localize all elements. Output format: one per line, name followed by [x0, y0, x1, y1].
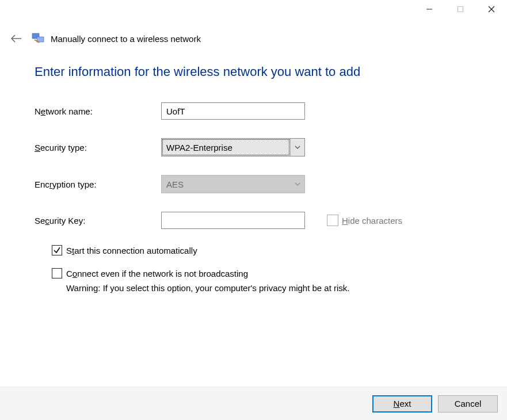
minimize-button[interactable]	[414, 0, 445, 18]
chevron-down-icon	[291, 175, 304, 193]
network-icon	[31, 32, 46, 45]
encryption-type-value: AES	[162, 175, 291, 193]
close-button[interactable]	[476, 0, 507, 18]
security-key-cell	[161, 212, 311, 229]
connect-broadcast-row[interactable]: Connect even if the network is not broad…	[52, 268, 490, 278]
chevron-down-icon	[290, 139, 304, 156]
security-type-label: Security type:	[35, 143, 161, 152]
svg-rect-1	[458, 7, 463, 12]
auto-start-row[interactable]: Start this connection automatically	[52, 245, 490, 255]
network-name-label: Network name:	[35, 106, 161, 116]
security-type-cell: WPA2-Enterprise	[161, 138, 311, 156]
window-title: Manually connect to a wireless network	[51, 34, 201, 44]
security-type-value: WPA2-Enterprise	[162, 139, 289, 155]
titlebar	[0, 0, 507, 21]
encryption-type-label: Encryption type:	[35, 180, 161, 189]
header: Manually connect to a wireless network	[0, 21, 507, 48]
auto-start-label: Start this connection automatically	[66, 246, 197, 255]
connect-broadcast-label: Connect even if the network is not broad…	[66, 269, 248, 278]
broadcast-warning: Warning: If you select this option, your…	[66, 283, 490, 293]
encryption-type-cell: AES	[161, 175, 311, 193]
next-button[interactable]: Next	[372, 395, 432, 413]
form-grid: Network name: Security type: WPA2-Enterp…	[35, 102, 490, 229]
security-type-select[interactable]: WPA2-Enterprise	[161, 138, 305, 156]
hide-characters-checkbox	[327, 215, 338, 226]
network-name-input[interactable]	[161, 102, 305, 120]
back-button[interactable]	[8, 33, 24, 44]
auto-start-checkbox[interactable]	[52, 245, 62, 255]
encryption-type-select: AES	[161, 175, 305, 193]
content-area: Enter information for the wireless netwo…	[0, 48, 507, 293]
security-key-input[interactable]	[161, 212, 305, 229]
maximize-button[interactable]	[445, 0, 476, 18]
security-key-label: Security Key:	[35, 216, 161, 226]
hide-characters-group: Hide characters	[311, 215, 490, 226]
footer: Next Cancel	[0, 387, 507, 420]
cancel-button[interactable]: Cancel	[438, 395, 498, 413]
hide-characters-label: Hide characters	[342, 216, 402, 226]
page-heading: Enter information for the wireless netwo…	[35, 64, 490, 79]
connect-broadcast-checkbox[interactable]	[52, 268, 62, 278]
network-name-cell	[161, 102, 311, 120]
